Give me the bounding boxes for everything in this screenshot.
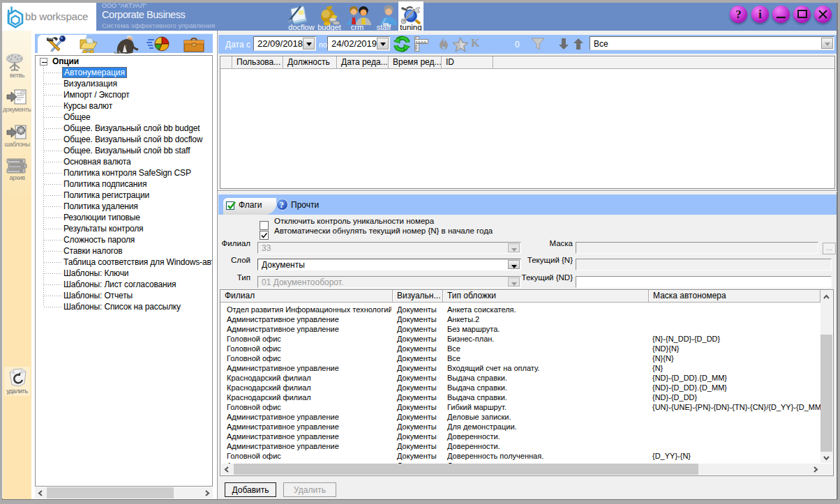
svg-text:i: i [758,8,762,20]
svg-text:?: ? [735,8,742,21]
